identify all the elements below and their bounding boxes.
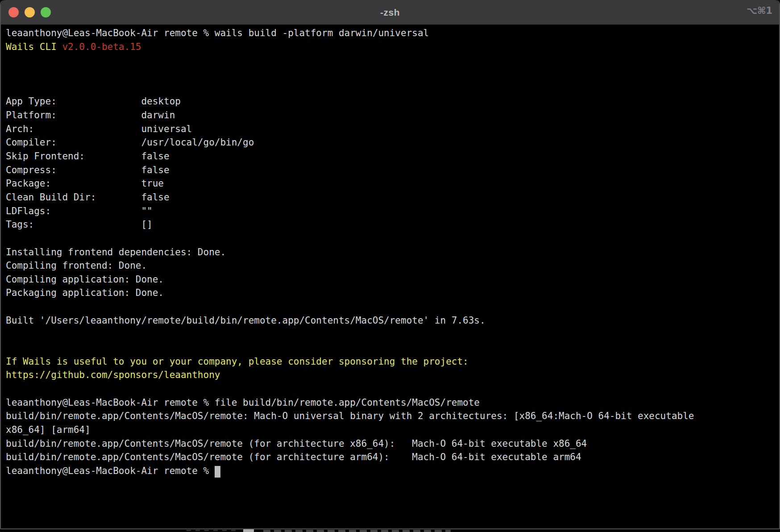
tab-shortcut-badge: ⌥⌘1 xyxy=(747,5,772,16)
terminal-line: Installing frontend dependencies: Done. xyxy=(6,245,778,259)
terminal-text: LDFlags: "" xyxy=(6,206,153,216)
terminal-text: Tags: [] xyxy=(6,219,153,230)
terminal-text: leaanthony@Leas-MacBook-Air remote % wai… xyxy=(6,28,429,38)
terminal-line: https://github.com/sponsors/leaanthony xyxy=(6,368,778,382)
terminal-line: Tags: [] xyxy=(6,218,778,232)
terminal-line: Skip Frontend: false xyxy=(6,150,778,163)
terminal-line: Packaging application: Done. xyxy=(6,286,778,300)
terminal-line xyxy=(6,54,778,67)
terminal-line: leaanthony@Leas-MacBook-Air remote % fil… xyxy=(6,396,778,410)
clipped-text-glyphs xyxy=(263,530,451,532)
terminal-text: Arch: universal xyxy=(6,124,192,134)
terminal-line: Wails CLI v2.0.0-beta.15 xyxy=(6,40,778,54)
terminal-line: If Wails is useful to you or your compan… xyxy=(6,355,778,369)
background-window-sliver xyxy=(0,529,780,532)
terminal-text: Skip Frontend: false xyxy=(6,151,170,162)
terminal-line: build/bin/remote.app/Contents/MacOS/remo… xyxy=(6,450,778,464)
terminal-text: leaanthony@Leas-MacBook-Air remote % xyxy=(6,466,215,476)
terminal-text: leaanthony@Leas-MacBook-Air remote % fil… xyxy=(6,397,480,408)
terminal-line: build/bin/remote.app/Contents/MacOS/remo… xyxy=(6,437,778,451)
terminal-line: x86_64] [arm64] xyxy=(6,423,778,437)
terminal-line: App Type: desktop xyxy=(6,95,778,108)
terminal-text: Installing frontend dependencies: Done. xyxy=(6,247,226,258)
terminal-line: Arch: universal xyxy=(6,122,778,136)
terminal-line: Compiling frontend: Done. xyxy=(6,259,778,273)
terminal-text: Packaging application: Done. xyxy=(6,287,164,298)
terminal-text: Compiling application: Done. xyxy=(6,274,164,285)
clipped-cursor-block xyxy=(243,529,254,532)
terminal-line: Clean Build Dir: false xyxy=(6,191,778,204)
terminal-window: -zsh ⌥⌘1 leaanthony@Leas-MacBook-Air rem… xyxy=(0,0,780,529)
terminal-text: Compiling frontend: Done. xyxy=(6,260,147,271)
terminal-text: Clean Build Dir: false xyxy=(6,192,170,203)
terminal-line: leaanthony@Leas-MacBook-Air remote % xyxy=(6,464,778,478)
terminal-line: Compiler: /usr/local/go/bin/go xyxy=(6,136,778,150)
terminal-line xyxy=(6,81,778,95)
terminal-line: LDFlags: "" xyxy=(6,204,778,218)
terminal-text: build/bin/remote.app/Contents/MacOS/remo… xyxy=(6,411,694,421)
terminal-text: Built '/Users/leaanthony/remote/build/bi… xyxy=(6,315,485,326)
terminal-line xyxy=(6,382,778,396)
terminal-text: Compiler: /usr/local/go/bin/go xyxy=(6,137,254,148)
terminal-text: Wails CLI xyxy=(6,42,62,52)
terminal-text: x86_64] [arm64] xyxy=(6,424,91,435)
terminal-line: Compress: false xyxy=(6,163,778,177)
terminal-text: Package: true xyxy=(6,178,164,189)
terminal-line xyxy=(6,327,778,341)
terminal-line: leaanthony@Leas-MacBook-Air remote % wai… xyxy=(6,26,778,40)
terminal-output[interactable]: leaanthony@Leas-MacBook-Air remote % wai… xyxy=(2,25,778,528)
terminal-text: Compress: false xyxy=(6,165,170,175)
terminal-line xyxy=(6,232,778,245)
terminal-line xyxy=(6,300,778,314)
sponsor-link[interactable]: https://github.com/sponsors/leaanthony xyxy=(6,370,220,380)
terminal-text: App Type: desktop xyxy=(6,96,181,107)
terminal-line: Package: true xyxy=(6,177,778,191)
terminal-line xyxy=(6,341,778,355)
terminal-text: If Wails is useful to you or your compan… xyxy=(6,356,469,367)
terminal-line: Built '/Users/leaanthony/remote/build/bi… xyxy=(6,314,778,328)
terminal-text: build/bin/remote.app/Contents/MacOS/remo… xyxy=(6,452,581,462)
terminal-line: Platform: darwin xyxy=(6,108,778,122)
terminal-text: Platform: darwin xyxy=(6,110,175,121)
terminal-cursor xyxy=(215,466,220,478)
terminal-text: build/bin/remote.app/Contents/MacOS/remo… xyxy=(6,438,587,449)
terminal-line: build/bin/remote.app/Contents/MacOS/remo… xyxy=(6,409,778,423)
window-title: -zsh xyxy=(1,7,779,18)
terminal-text: v2.0.0-beta.15 xyxy=(62,42,141,52)
terminal-line xyxy=(6,67,778,81)
clipped-text-faint xyxy=(187,530,236,531)
titlebar[interactable]: -zsh ⌥⌘1 xyxy=(1,0,779,25)
terminal-line: Compiling application: Done. xyxy=(6,273,778,287)
